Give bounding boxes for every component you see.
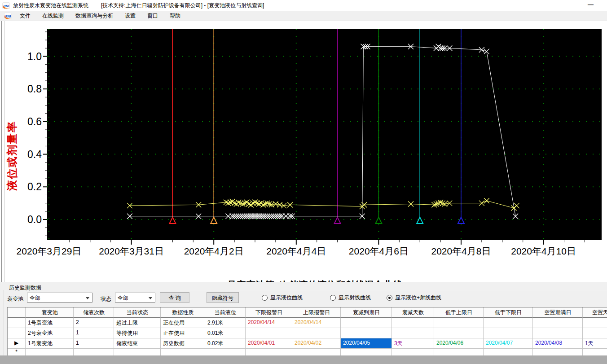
column-header[interactable]: 低于上限日: [434, 307, 484, 318]
radio-show-level-plus-ray-curve[interactable]: 显示液位+射线曲线: [387, 294, 441, 302]
table-cell[interactable]: [533, 328, 583, 338]
table-cell[interactable]: [392, 349, 434, 356]
table-cell[interactable]: [161, 349, 205, 356]
radio-circle-icon: [330, 295, 336, 301]
table-row: 1号衰变池2超过上限正在使用2.91米2020/04/142020/04/14: [8, 318, 607, 328]
chart-canvas: 0.00.20.40.60.81.02020年3月29日2020年3月31日20…: [0, 21, 607, 282]
table-cell[interactable]: 正在使用: [161, 328, 205, 338]
table-cell[interactable]: 2.91米: [205, 318, 246, 328]
table-cell[interactable]: [26, 349, 74, 356]
table-cell[interactable]: [484, 318, 533, 328]
table-cell[interactable]: 2020/04/14: [246, 318, 292, 328]
column-header[interactable]: 下限报警日: [246, 307, 292, 318]
radio-show-level-curve[interactable]: 显示液位曲线: [262, 294, 303, 302]
column-header[interactable]: 衰减天数: [392, 307, 434, 318]
table-cell[interactable]: 2020/04/14: [292, 318, 341, 328]
table-cell[interactable]: 1号衰变池: [26, 338, 74, 349]
row-selector[interactable]: *: [8, 349, 26, 356]
table-cell[interactable]: [434, 318, 484, 328]
radio-label: 显示液位+射线曲线: [395, 294, 441, 302]
table-cell[interactable]: 1: [74, 328, 114, 338]
column-header[interactable]: 衰减到期日: [341, 307, 392, 318]
table-cell[interactable]: 1: [74, 338, 114, 349]
table-cell[interactable]: [583, 349, 607, 356]
minimize-button[interactable]: —: [588, 1, 594, 8]
table-cell[interactable]: [484, 328, 533, 338]
column-header[interactable]: 当前液位: [205, 307, 246, 318]
menu-data-query-analysis[interactable]: 数据查询与分析: [71, 11, 118, 21]
table-cell[interactable]: [392, 328, 434, 338]
table-cell[interactable]: 3天: [392, 338, 434, 349]
row-selector[interactable]: [8, 328, 26, 338]
table-cell[interactable]: [583, 328, 607, 338]
column-header[interactable]: 低于下限日: [484, 307, 533, 318]
table-cell[interactable]: 2020/04/08: [533, 338, 583, 349]
table-cell[interactable]: [292, 349, 341, 356]
status-filter-combobox[interactable]: 全部: [115, 293, 155, 303]
table-cell[interactable]: [484, 349, 533, 356]
groupbox-border: [4, 290, 607, 291]
table-cell[interactable]: 2020/04/02: [292, 338, 341, 349]
table-cell[interactable]: [341, 318, 392, 328]
hide-symbols-button[interactable]: 隐藏符号: [207, 292, 239, 303]
row-selector-header: [8, 307, 26, 318]
table-cell[interactable]: 0.01米: [205, 328, 246, 338]
status-filter-label: 状态: [101, 295, 111, 303]
column-header[interactable]: 空置期满日: [533, 307, 583, 318]
table-cell[interactable]: 1号衰变池: [26, 318, 74, 328]
column-header[interactable]: 衰变池: [26, 307, 74, 318]
table-cell[interactable]: [74, 349, 114, 356]
table-cell[interactable]: 2号衰变池: [26, 328, 74, 338]
table-cell[interactable]: 历史数据: [161, 338, 205, 349]
radio-show-ray-curve[interactable]: 显示射线曲线: [330, 294, 371, 302]
table-cell[interactable]: [533, 318, 583, 328]
table-cell[interactable]: 2020/04/05: [341, 338, 392, 349]
y-tick-label: 0.8: [27, 83, 42, 95]
table-cell[interactable]: [533, 349, 583, 356]
table-cell[interactable]: [246, 349, 292, 356]
table-row: 2号衰变池1等待使用正在使用0.01米: [8, 328, 607, 338]
column-header[interactable]: 储液次数: [74, 307, 114, 318]
table-cell[interactable]: 2020/04/06: [434, 338, 484, 349]
column-header[interactable]: 上限报警日: [292, 307, 341, 318]
table-cell[interactable]: 1天: [583, 338, 607, 349]
pool-filter-value: 全部: [30, 295, 40, 301]
table-cell[interactable]: [246, 328, 292, 338]
table-cell[interactable]: 正在使用: [161, 318, 205, 328]
column-header[interactable]: 数据性质: [161, 307, 205, 318]
table-cell[interactable]: [114, 349, 161, 356]
pool-filter-label: 衰变池: [7, 295, 23, 303]
table-cell[interactable]: 2: [74, 318, 114, 328]
table-cell[interactable]: 2020/04/07: [484, 338, 533, 349]
menu-help[interactable]: 帮助: [165, 11, 185, 21]
table-cell[interactable]: [392, 318, 434, 328]
current-row-indicator[interactable]: ▶: [8, 338, 26, 349]
table-cell[interactable]: 超过上限: [114, 318, 161, 328]
table-cell[interactable]: [341, 349, 392, 356]
table-cell[interactable]: [292, 328, 341, 338]
table-cell[interactable]: 等待使用: [114, 328, 161, 338]
menu-window[interactable]: 窗口: [143, 11, 163, 21]
table-cell[interactable]: [434, 328, 484, 338]
table-cell[interactable]: [583, 318, 607, 328]
y-tick-label: 0.0: [27, 214, 42, 225]
query-button[interactable]: 查 询: [160, 292, 189, 303]
column-header[interactable]: 空置天数: [583, 307, 607, 318]
menu-settings[interactable]: 设置: [120, 11, 140, 21]
row-selector[interactable]: [8, 318, 26, 328]
table-cell[interactable]: [341, 328, 392, 338]
menu-file[interactable]: 文件: [15, 11, 35, 21]
radio-circle-icon: [387, 295, 392, 301]
column-header[interactable]: 当前状态: [114, 307, 161, 318]
table-cell[interactable]: 0.02米: [205, 338, 246, 349]
mdi-child-icon[interactable]: RNRi: [4, 13, 12, 19]
chart-region: 0.00.20.40.60.81.02020年3月29日2020年3月31日20…: [0, 21, 607, 282]
table-cell[interactable]: 2020/04/01: [246, 338, 292, 349]
menu-online-monitoring[interactable]: 在线监测: [38, 11, 68, 21]
window-subtitle: [技术支持:上海仁日辐射防护设备有限公司] - [衰变池液位与射线查询]: [101, 2, 264, 9]
pool-filter-combobox[interactable]: 全部: [27, 293, 92, 303]
table-cell[interactable]: 储液结束: [114, 338, 161, 349]
table-cell[interactable]: [205, 349, 246, 356]
table-cell[interactable]: [434, 349, 484, 356]
x-tick-label: 2020年4月8日: [431, 246, 491, 256]
